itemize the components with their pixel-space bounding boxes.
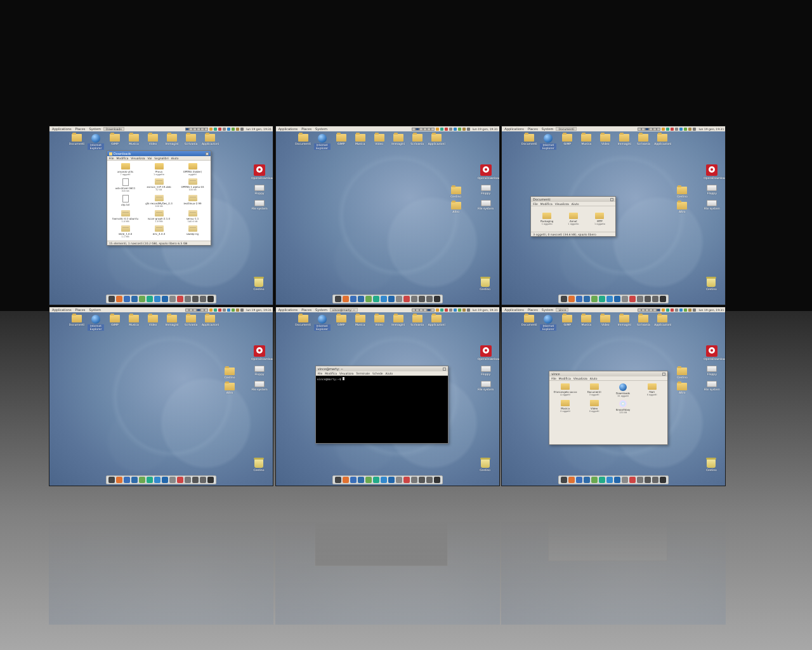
dock[interactable] bbox=[332, 475, 443, 484]
tray-icon[interactable] bbox=[445, 128, 448, 131]
desktop-icon-gimp[interactable]: GIMP bbox=[107, 134, 123, 150]
file-item[interactable]: Prova1 oggetto bbox=[143, 162, 175, 176]
tray-icon[interactable] bbox=[666, 308, 669, 312]
desktop-icon[interactable]: Altro bbox=[674, 202, 690, 213]
tray-icon[interactable] bbox=[240, 128, 244, 131]
dock-launcher[interactable] bbox=[411, 296, 417, 302]
tray-icon[interactable] bbox=[236, 128, 239, 131]
tray-icon[interactable] bbox=[679, 128, 683, 131]
desktop-icon-immagini[interactable]: Immagini bbox=[616, 315, 632, 331]
desktop-icon-internet-explorer[interactable]: Internet Explorer bbox=[88, 134, 104, 150]
tray-icon[interactable] bbox=[440, 308, 443, 312]
side-icon-file-system[interactable]: File system bbox=[251, 199, 268, 210]
side-icon-file-system[interactable]: File system bbox=[478, 380, 494, 391]
menu-segnalibri[interactable]: Segnalibri bbox=[154, 156, 169, 160]
tray-icon[interactable] bbox=[693, 308, 696, 312]
trash[interactable]: Cestino bbox=[705, 278, 717, 291]
desktop-icon-musica[interactable]: Musica bbox=[126, 134, 142, 150]
file-item[interactable]: iscan-graph-2.1.01.8 MB bbox=[143, 209, 175, 223]
desktop-icon-documenti[interactable]: Documenti bbox=[295, 134, 311, 150]
desktop-icon-documenti[interactable]: Documenti bbox=[295, 315, 311, 331]
dock-launcher[interactable] bbox=[419, 296, 425, 302]
tray-icon[interactable] bbox=[684, 308, 687, 312]
tray-icon[interactable] bbox=[209, 308, 213, 312]
file-item[interactable]: gtk-recordMyDes_0.3100 kB bbox=[143, 194, 175, 208]
desktop-icon-applicazioni[interactable]: Applicazioni bbox=[654, 134, 671, 150]
menu-visualizza[interactable]: Visualizza bbox=[339, 371, 353, 375]
menu-places[interactable]: Places bbox=[74, 127, 87, 131]
file-item[interactable]: sweep-ng bbox=[176, 225, 209, 239]
desktop-icon-video[interactable]: Video bbox=[145, 315, 161, 331]
dock-launcher[interactable] bbox=[411, 477, 417, 483]
desktop-icon[interactable]: Cestino bbox=[674, 368, 690, 379]
taskbar-button[interactable]: Documenti bbox=[556, 127, 577, 131]
dock-launcher[interactable] bbox=[169, 477, 176, 483]
tray-icon[interactable] bbox=[218, 308, 221, 312]
dock-launcher[interactable] bbox=[426, 477, 433, 483]
dock-launcher[interactable] bbox=[388, 477, 395, 483]
desktop-icon-musica[interactable]: Musica bbox=[352, 134, 369, 150]
dock-launcher[interactable] bbox=[599, 477, 605, 483]
dock-launcher[interactable] bbox=[147, 477, 153, 483]
dock-launcher[interactable] bbox=[207, 477, 214, 483]
menu-visualizza[interactable]: Visualizza bbox=[573, 376, 587, 380]
menu-vai[interactable]: Vai bbox=[148, 156, 152, 160]
dock[interactable] bbox=[106, 475, 216, 484]
dock-launcher[interactable] bbox=[388, 296, 395, 302]
menu-aiuto[interactable]: Aiuto bbox=[590, 376, 598, 380]
dock-launcher[interactable] bbox=[177, 296, 183, 302]
dock-launcher[interactable] bbox=[403, 296, 410, 302]
dock-launcher[interactable] bbox=[622, 296, 628, 302]
close-icon[interactable] bbox=[443, 368, 446, 371]
dock-launcher[interactable] bbox=[131, 477, 138, 483]
menu-file[interactable]: File bbox=[551, 376, 556, 380]
desktop-icon-video[interactable]: Video bbox=[597, 315, 613, 331]
menu-modifica[interactable]: Modifica bbox=[559, 376, 571, 380]
taskbar-button[interactable]: Downloads bbox=[103, 127, 124, 131]
desktop-icon-scrivania[interactable]: Scrivania bbox=[409, 134, 426, 150]
pager-cell-6[interactable] bbox=[204, 128, 208, 131]
file-item[interactable]: clip.txt bbox=[109, 194, 141, 208]
menu-schede[interactable]: Schede bbox=[372, 371, 383, 375]
desktop-icon-scrivania[interactable]: Scrivania bbox=[183, 315, 199, 331]
dock-launcher[interactable] bbox=[335, 477, 341, 483]
dock-launcher[interactable] bbox=[629, 477, 636, 483]
dock-launcher[interactable] bbox=[373, 296, 379, 302]
workspace-5[interactable]: Applications Places System vince@marty: … bbox=[275, 307, 500, 486]
desktop-icon[interactable]: Altro bbox=[221, 383, 238, 394]
dock-launcher[interactable] bbox=[124, 296, 130, 302]
dock-launcher[interactable] bbox=[561, 296, 567, 302]
dock-launcher[interactable] bbox=[365, 296, 372, 302]
desktop-icon-documenti[interactable]: Documenti bbox=[69, 315, 85, 331]
terminal-body[interactable]: vince@marty:~$ bbox=[316, 376, 448, 443]
desktop-icon-applicazioni[interactable]: Applicazioni bbox=[202, 134, 218, 150]
side-icon-operadownloads[interactable]: OperaDownloads bbox=[251, 164, 268, 180]
dock-launcher[interactable] bbox=[154, 296, 160, 302]
tray-icon[interactable] bbox=[458, 308, 461, 312]
tray-icon[interactable] bbox=[462, 308, 466, 312]
workspace-6[interactable]: Applications Places System vince lun 19 … bbox=[501, 307, 726, 486]
tray-icon[interactable] bbox=[679, 308, 683, 312]
file-item[interactable]: Video0 oggetti bbox=[580, 399, 608, 415]
trash[interactable]: Cestino bbox=[479, 459, 492, 472]
tray-icon[interactable] bbox=[666, 128, 669, 131]
desktop-icon-video[interactable]: Video bbox=[371, 315, 388, 331]
menu-system[interactable]: System bbox=[88, 127, 102, 131]
dock-launcher[interactable] bbox=[185, 296, 191, 302]
menu-places[interactable]: Places bbox=[527, 308, 539, 312]
menu-modifica[interactable]: Modifica bbox=[325, 371, 337, 375]
menu-system[interactable]: System bbox=[314, 308, 329, 312]
dock-launcher[interactable] bbox=[599, 296, 605, 302]
menu-system[interactable]: System bbox=[540, 308, 555, 312]
dock-launcher[interactable] bbox=[162, 296, 168, 302]
tray-icon[interactable] bbox=[236, 308, 239, 312]
tray-icon[interactable] bbox=[462, 128, 466, 131]
side-icon-floppy[interactable]: Floppy bbox=[704, 364, 720, 376]
dock-launcher[interactable] bbox=[192, 296, 199, 302]
desktop-icon-immagini[interactable]: Immagini bbox=[616, 134, 632, 150]
dock-launcher[interactable] bbox=[116, 477, 122, 483]
side-icon-operadownloads[interactable]: OperaDownloads bbox=[478, 345, 494, 361]
window-titlebar[interactable]: vince bbox=[549, 371, 667, 376]
tray-icon[interactable] bbox=[671, 308, 674, 312]
dock-launcher[interactable] bbox=[591, 477, 598, 483]
